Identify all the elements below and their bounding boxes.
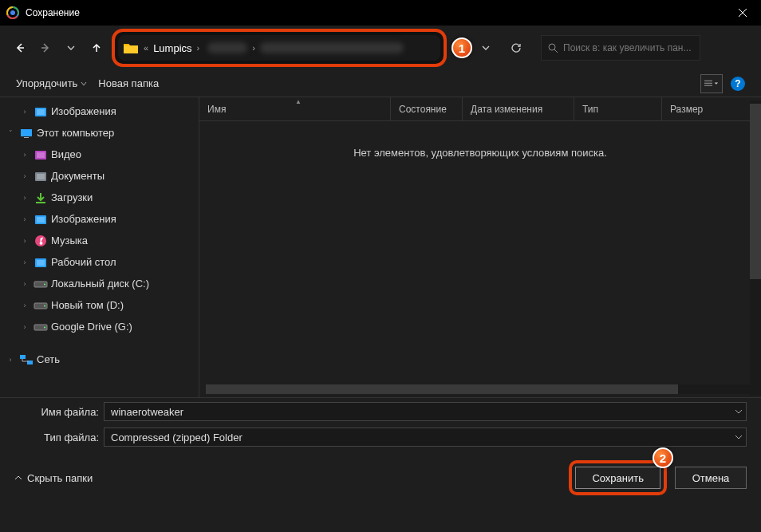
- column-state[interactable]: Состояние: [391, 97, 463, 120]
- app-icon: [6, 6, 19, 19]
- svg-rect-15: [37, 217, 45, 223]
- blurred-path: [207, 42, 247, 53]
- annotation-marker-2: 2: [653, 447, 673, 468]
- expand-icon[interactable]: ›: [19, 323, 30, 331]
- sidebar-item-label: Музыка: [51, 234, 88, 246]
- svg-rect-18: [37, 260, 45, 266]
- filename-label: Имя файла:: [14, 406, 99, 418]
- sidebar-item-label: Google Drive (G:): [51, 321, 132, 333]
- sidebar-item-label: Сеть: [37, 353, 60, 365]
- view-mode-button[interactable]: [700, 74, 723, 93]
- refresh-button[interactable]: [504, 35, 528, 61]
- sidebar-item[interactable]: ›Сеть: [0, 349, 199, 370]
- close-button[interactable]: [724, 0, 761, 26]
- svg-point-24: [44, 326, 45, 328]
- hide-folders-toggle[interactable]: Скрыть папки: [14, 472, 93, 484]
- expand-icon[interactable]: ›: [19, 215, 30, 223]
- button-row: Скрыть папки Сохранить 2 Отмена: [0, 449, 761, 506]
- sidebar-item-label: Рабочий стол: [51, 256, 116, 268]
- filetype-label: Тип файла:: [14, 432, 99, 443]
- music-icon: [34, 234, 48, 247]
- drive-icon: [34, 278, 48, 290]
- expand-icon[interactable]: ›: [19, 301, 30, 309]
- filetype-row: Тип файла: Compressed (zipped) Folder: [0, 424, 761, 449]
- sidebar-item[interactable]: ›Загрузки: [0, 187, 199, 208]
- window-title: Сохранение: [26, 7, 724, 18]
- sidebar-item[interactable]: ›Видео: [0, 144, 199, 165]
- sidebar-item[interactable]: ›Изображения: [0, 208, 199, 230]
- column-type[interactable]: Тип: [574, 97, 662, 120]
- sidebar-item-label: Видео: [51, 148, 81, 160]
- sidebar: ›Изображения˅Этот компьютер›Видео›Докуме…: [0, 97, 199, 397]
- downloads-icon: [34, 191, 48, 204]
- expand-icon[interactable]: ›: [19, 151, 30, 159]
- expand-icon[interactable]: ›: [19, 237, 30, 245]
- column-size[interactable]: Размер: [662, 97, 761, 120]
- network-icon: [19, 353, 34, 366]
- forward-button[interactable]: [35, 36, 56, 60]
- sidebar-item[interactable]: ›Новый том (D:): [0, 294, 199, 316]
- expand-icon[interactable]: ›: [19, 172, 30, 180]
- main-area: ›Изображения˅Этот компьютер›Видео›Докуме…: [0, 97, 761, 397]
- help-button[interactable]: ?: [731, 77, 745, 91]
- svg-point-4: [10, 10, 15, 15]
- expand-icon[interactable]: ›: [19, 194, 30, 202]
- chevron-left-icon: «: [144, 43, 148, 53]
- chevron-right-icon: ›: [197, 43, 200, 53]
- recent-button[interactable]: [61, 36, 81, 60]
- sidebar-item[interactable]: ›Музыка: [0, 230, 199, 251]
- sidebar-scrollbar[interactable]: [750, 100, 761, 396]
- filename-input[interactable]: winaerotweaker: [104, 402, 747, 421]
- sidebar-item[interactable]: ›Изображения: [0, 100, 199, 122]
- empty-message: Нет элементов, удовлетворяющих условиям …: [199, 147, 761, 159]
- sidebar-item-label: Этот компьютер: [37, 127, 114, 139]
- sidebar-item[interactable]: ›Локальный диск (C:): [0, 273, 199, 294]
- svg-rect-9: [24, 137, 29, 138]
- file-list: ▲ Имя Состояние Дата изменения Тип Разме…: [199, 97, 761, 397]
- filetype-select[interactable]: Compressed (zipped) Folder: [104, 428, 747, 447]
- sidebar-item-label: Документы: [51, 170, 104, 182]
- svg-point-20: [44, 283, 45, 285]
- chevron-right-icon: ›: [252, 43, 255, 53]
- column-headers: ▲ Имя Состояние Дата изменения Тип Разме…: [199, 97, 761, 121]
- expand-icon[interactable]: ˅: [5, 129, 16, 137]
- sidebar-item-label: Изображения: [51, 213, 116, 225]
- breadcrumb-segment[interactable]: Lumpics: [153, 42, 191, 54]
- nav-row: « Lumpics › › 1: [0, 26, 761, 70]
- back-button[interactable]: [10, 36, 30, 60]
- sidebar-item-label: Локальный диск (C:): [51, 278, 149, 290]
- expand-icon[interactable]: ›: [19, 280, 30, 288]
- chevron-down-icon[interactable]: [735, 408, 743, 416]
- drive-icon: [34, 299, 48, 312]
- organize-menu[interactable]: Упорядочить: [16, 77, 87, 89]
- sidebar-item[interactable]: ›Google Drive (G:): [0, 316, 199, 337]
- address-bar[interactable]: « Lumpics › ›: [118, 35, 440, 61]
- horizontal-scrollbar[interactable]: [206, 384, 755, 394]
- blurred-path: [260, 42, 404, 53]
- annotation-marker-1: 1: [451, 37, 472, 58]
- search-box[interactable]: [541, 35, 700, 61]
- svg-point-22: [44, 305, 45, 306]
- expand-icon[interactable]: ›: [19, 108, 30, 116]
- title-bar: Сохранение: [0, 0, 761, 26]
- svg-rect-7: [37, 109, 45, 115]
- address-dropdown[interactable]: [474, 35, 498, 61]
- toolbar: Упорядочить Новая папка ?: [0, 70, 761, 97]
- expand-icon[interactable]: ›: [19, 258, 30, 266]
- bottom-panel: Имя файла: winaerotweaker Тип файла: Com…: [0, 397, 761, 506]
- sidebar-item[interactable]: ˅Этот компьютер: [0, 122, 199, 144]
- search-input[interactable]: [563, 42, 693, 53]
- sidebar-item[interactable]: ›Рабочий стол: [0, 251, 199, 273]
- sidebar-item[interactable]: ›Документы: [0, 165, 199, 187]
- cancel-button[interactable]: Отмена: [675, 467, 747, 489]
- chevron-down-icon[interactable]: [735, 433, 743, 441]
- new-folder-button[interactable]: Новая папка: [98, 77, 159, 89]
- drive-icon: [34, 321, 48, 333]
- desktop-icon: [34, 256, 48, 269]
- svg-rect-25: [20, 355, 26, 359]
- column-modified[interactable]: Дата изменения: [463, 97, 574, 120]
- expand-icon[interactable]: ›: [5, 356, 16, 364]
- save-button[interactable]: Сохранить: [575, 467, 660, 489]
- up-button[interactable]: [86, 36, 107, 60]
- pictures-icon: [34, 213, 48, 226]
